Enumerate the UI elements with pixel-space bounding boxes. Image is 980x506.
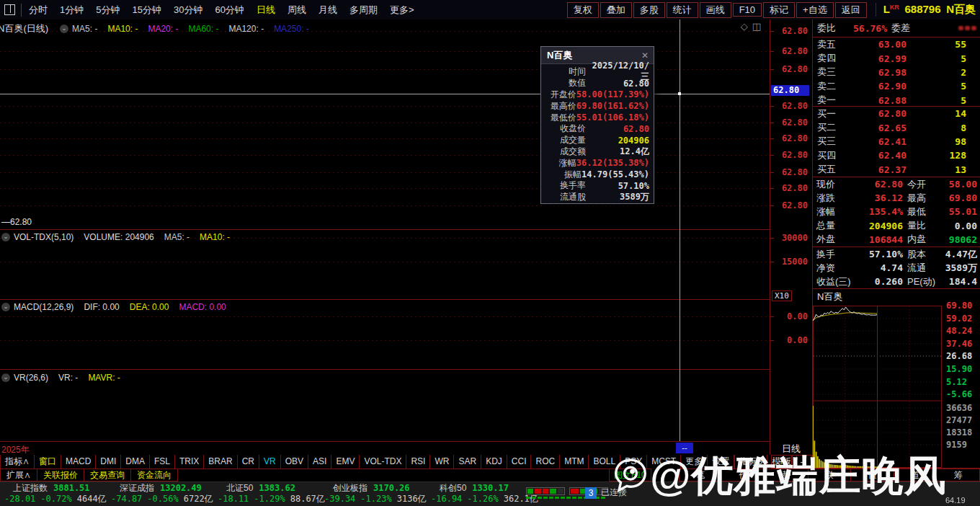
quote-value: 106844 bbox=[861, 234, 903, 245]
indicator-tab-asi[interactable]: ASI bbox=[308, 455, 331, 469]
bid-row[interactable]: 买一62.8014 bbox=[813, 107, 980, 120]
popup-row: 开盘价58.00(117.39%) bbox=[544, 89, 649, 101]
indicator-tab-fsl[interactable]: FSL bbox=[150, 455, 175, 469]
period-tab[interactable]: 分时 bbox=[29, 4, 48, 17]
bid-qty: 13 bbox=[906, 164, 976, 175]
indicator-tab-cci[interactable]: CCI bbox=[507, 455, 532, 469]
toolbar-button[interactable]: 复权 bbox=[567, 2, 599, 18]
bid-row[interactable]: 买四62.40128 bbox=[813, 148, 980, 162]
toolbar-button[interactable]: F10 bbox=[733, 3, 762, 17]
price-axis-label: 62.80 bbox=[772, 46, 808, 56]
popup-field-label: 振幅 bbox=[544, 169, 582, 181]
index-quote-block[interactable]: 科创501330.17-16.94-1.26%362.1亿 bbox=[431, 483, 538, 505]
bid-price: 62.40 bbox=[849, 150, 906, 161]
popup-field-value: 12.4亿 bbox=[586, 146, 649, 158]
indicator-tab-obv[interactable]: OBV bbox=[281, 455, 308, 469]
chevron-down-icon[interactable]: ⌄ bbox=[60, 25, 68, 33]
popup-row: 收盘价62.80 bbox=[544, 123, 649, 135]
indicator-tab-dma[interactable]: DMA bbox=[121, 455, 150, 469]
pane-divider[interactable] bbox=[0, 229, 770, 230]
axis-tick bbox=[770, 106, 774, 107]
mini-price-label: 37.46 bbox=[946, 339, 972, 349]
axis-tick bbox=[770, 262, 774, 262]
gridline bbox=[0, 340, 769, 341]
secondary-tab[interactable]: 资金流向 bbox=[131, 469, 178, 481]
index-quote-block[interactable]: 北证501383.62-18.11-1.29%88.67亿 bbox=[218, 483, 324, 505]
popup-field-label: 收盘价 bbox=[544, 123, 586, 135]
vr-indicator-name: VR(26,6) bbox=[14, 373, 48, 383]
indicator-tab-macd[interactable]: MACD bbox=[61, 455, 96, 469]
chart-corner-icons[interactable]: ◇◫ bbox=[741, 21, 765, 32]
indicator-tab-emv[interactable]: EMV bbox=[331, 455, 360, 469]
indicator-collapse-tab[interactable]: 指标∧ bbox=[0, 455, 35, 469]
ask-row[interactable]: 卖五63.0055 bbox=[813, 37, 980, 51]
indicator-tab-kdj[interactable]: KDJ bbox=[481, 455, 507, 469]
window-icon[interactable] bbox=[4, 4, 15, 15]
secondary-tab[interactable]: 扩展∧ bbox=[0, 469, 37, 481]
period-tab[interactable]: 周线 bbox=[288, 4, 306, 17]
period-tab[interactable]: 月线 bbox=[318, 4, 337, 17]
period-tab[interactable]: 多周期 bbox=[349, 4, 378, 17]
gridline bbox=[0, 205, 769, 206]
index-quote-block[interactable]: 深证成指13202.49-74.87-0.56%6722亿 bbox=[111, 483, 218, 505]
toolbar-button[interactable]: 标记 bbox=[763, 2, 795, 18]
single-candle[interactable] bbox=[678, 92, 681, 95]
index-name: 科创50 bbox=[440, 483, 466, 493]
quote-row: 涨跌36.12最高69.80 bbox=[813, 191, 980, 205]
period-tab[interactable]: 60分钟 bbox=[215, 4, 244, 17]
toolbar-button[interactable]: 多股 bbox=[633, 2, 665, 18]
secondary-tab[interactable]: 关联报价 bbox=[37, 469, 84, 481]
ask-label: 卖二 bbox=[817, 80, 849, 93]
bid-price: 62.41 bbox=[849, 136, 906, 147]
toolbar-button[interactable]: +自选 bbox=[796, 2, 834, 18]
kline-data-popup[interactable]: N百奥 ✕ 时间2025/12/10/三数值62.80开盘价58.00(117.… bbox=[540, 46, 654, 204]
indicator-tab-brar[interactable]: BRAR bbox=[204, 455, 237, 469]
indicator-tab-roc[interactable]: ROC bbox=[531, 455, 560, 469]
pane-divider[interactable] bbox=[0, 299, 770, 300]
quote-label: 量比 bbox=[903, 219, 943, 232]
toolbar-button[interactable]: 统计 bbox=[667, 2, 698, 18]
indicator-tab-cr[interactable]: CR bbox=[238, 455, 259, 469]
period-tab[interactable]: 日线 bbox=[257, 4, 275, 17]
ask-row[interactable]: 卖三62.982 bbox=[813, 66, 980, 79]
quote-label: 股本 bbox=[903, 248, 943, 261]
period-tab[interactable]: 5分钟 bbox=[96, 4, 120, 17]
close-icon[interactable]: ✕ bbox=[641, 50, 649, 61]
indicator-tab-vol-tdx[interactable]: VOL-TDX bbox=[360, 455, 406, 469]
popup-field-label: 成交量 bbox=[544, 134, 586, 146]
bid-row[interactable]: 买三62.4198 bbox=[813, 135, 980, 148]
chevron-down-icon[interactable]: ⌄ bbox=[1, 233, 10, 241]
secondary-tab[interactable]: 交易查询 bbox=[84, 469, 131, 481]
period-tab[interactable]: 30分钟 bbox=[174, 4, 202, 17]
pane-divider[interactable] bbox=[0, 369, 770, 370]
bid-row[interactable]: 买二62.658 bbox=[813, 120, 980, 134]
index-quote-block[interactable]: 创业板指3170.26-39.34-1.23%3136亿 bbox=[324, 483, 431, 505]
indicator-tab-trix[interactable]: TRIX bbox=[175, 455, 204, 469]
bid-row[interactable]: 买五62.3713 bbox=[813, 163, 980, 177]
window-tab[interactable]: 窗口 bbox=[35, 455, 61, 469]
toolbar-button[interactable]: 叠加 bbox=[600, 2, 632, 18]
indicator-tab-sar[interactable]: SAR bbox=[454, 455, 481, 469]
chevron-down-icon[interactable]: ⌄ bbox=[1, 373, 10, 382]
period-tab[interactable]: 1分钟 bbox=[60, 4, 84, 17]
index-quote-block[interactable]: 上证指数3881.51-28.01-0.72%4644亿 bbox=[4, 483, 111, 505]
chevron-down-icon[interactable]: ⌄ bbox=[1, 303, 10, 311]
ask-row[interactable]: 卖二62.905 bbox=[813, 79, 980, 93]
quote-value: 184.4 bbox=[943, 276, 977, 287]
indicator-tab-mtm[interactable]: MTM bbox=[560, 455, 589, 469]
quote-value: 0.260 bbox=[861, 276, 903, 287]
ask-row[interactable]: 卖四62.995 bbox=[813, 51, 980, 65]
period-tab[interactable]: 更多> bbox=[390, 4, 414, 17]
quote-row: 现价62.80今开58.00 bbox=[813, 177, 980, 191]
period-tab[interactable]: 15分钟 bbox=[132, 4, 161, 17]
mini-price-label: -5.66 bbox=[946, 389, 972, 399]
indicator-tab-rsi[interactable]: RSI bbox=[406, 455, 430, 469]
index-turnover: 4644亿 bbox=[77, 494, 107, 504]
price-axis-label: 62.80 bbox=[772, 133, 808, 143]
indicator-tab-wr[interactable]: WR bbox=[430, 455, 454, 469]
kline-pane-header: N百奥(日线) ⌄ MA5: - MA10: - MA20: - MA60: -… bbox=[0, 22, 319, 35]
toolbar-button[interactable]: 返回 bbox=[835, 2, 867, 18]
indicator-tab-dmi[interactable]: DMI bbox=[96, 455, 121, 469]
toolbar-button[interactable]: 画线 bbox=[700, 2, 731, 18]
indicator-tab-vr[interactable]: VR bbox=[259, 455, 281, 469]
